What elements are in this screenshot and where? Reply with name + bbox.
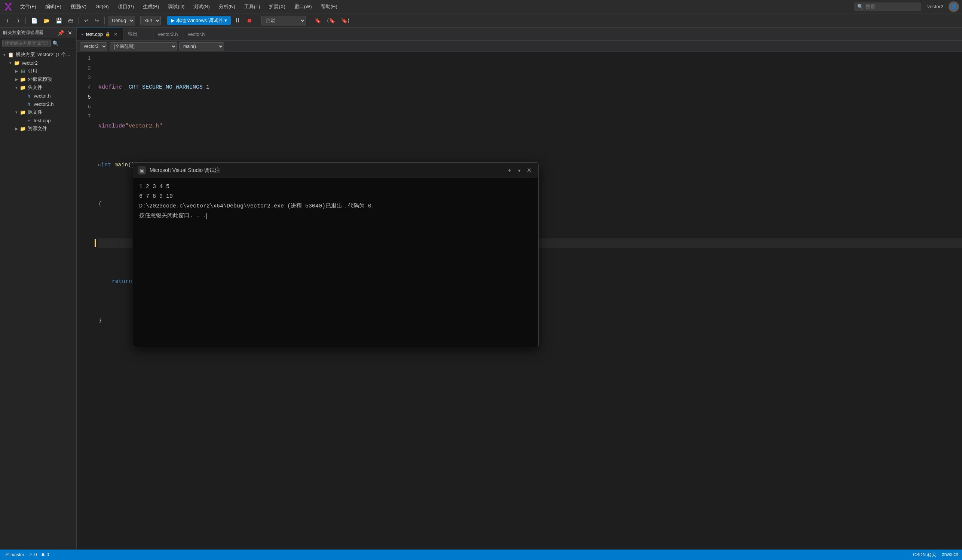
status-errors[interactable]: ✖ 0: [41, 552, 49, 557]
user-avatar[interactable]: 👤: [949, 2, 959, 12]
menu-file[interactable]: 文件(F): [16, 2, 40, 11]
nav-back-btn[interactable]: ⟨: [3, 16, 12, 25]
new-file-btn[interactable]: 📄: [29, 16, 40, 25]
vector2-h-label: vector2.h: [34, 101, 53, 107]
tree-external-deps[interactable]: ▶ 📁 外部依赖项: [0, 75, 76, 84]
sidebar-search-input[interactable]: [2, 40, 51, 47]
undo-btn[interactable]: ↩: [82, 16, 91, 25]
global-scope-select[interactable]: (全局范围): [110, 42, 177, 50]
vector-h-label: vector.h: [34, 93, 51, 99]
warning-icon: ⚠: [29, 552, 33, 557]
menu-test[interactable]: 测试(S): [190, 2, 213, 11]
nav-forward-btn[interactable]: ⟩: [13, 16, 23, 25]
menu-view[interactable]: 视图(V): [66, 2, 90, 11]
tab-test-cpp-label: test.cpp: [86, 31, 103, 37]
console-icon-symbol: ▣: [140, 168, 144, 173]
test-cpp-icon: +: [26, 118, 32, 123]
tree-vector2-h[interactable]: h vector2.h: [0, 100, 76, 108]
sidebar-header-icons: 📌 ✕: [56, 29, 73, 36]
tab-vector2-h[interactable]: vector2.h: [153, 28, 183, 41]
tab-test-cpp[interactable]: + test.cpp 🔒 ✕: [77, 28, 123, 41]
tree-source[interactable]: ▾ 📁 源文件: [0, 108, 76, 116]
status-warnings[interactable]: ⚠ 0: [29, 552, 37, 557]
code-line-1: #define _CRT_SECURE_NO_WARNINGS 1: [98, 83, 962, 92]
line-num-6: 6: [77, 102, 91, 112]
resources-arrow-icon: ▶: [13, 126, 19, 131]
int-keyword: int: [101, 162, 111, 168]
pause-btn[interactable]: ⏸: [232, 16, 243, 25]
stop-btn[interactable]: ⏹: [244, 16, 255, 25]
console-dropdown-btn[interactable]: ▾: [518, 167, 521, 174]
tree-references[interactable]: ▶ ⊞ 引用: [0, 67, 76, 75]
tab-test-cpp-modified: 🔒: [105, 32, 110, 37]
menu-extensions[interactable]: 扩展(X): [265, 2, 289, 11]
menu-build[interactable]: 生成(B): [139, 2, 163, 11]
tree-resources[interactable]: ▶ 📁 资源文件: [0, 124, 76, 133]
search-icon: 🔍: [857, 4, 863, 9]
sidebar-title: 解决方案资源管理器: [3, 29, 44, 36]
tree-test-cpp[interactable]: + test.cpp: [0, 116, 76, 124]
file-scope-select[interactable]: vector2: [80, 42, 107, 50]
tree-solution[interactable]: ▾ 📋 解决方案 'vector2' (1 个...: [0, 50, 76, 59]
console-output-4-text: 按任意键关闭此窗口. . .: [139, 213, 207, 219]
save-all-btn[interactable]: 🗃: [66, 16, 76, 25]
menu-debug[interactable]: 调试(D): [164, 2, 188, 11]
run-debugger-btn[interactable]: ▶ 本地 Windows 调试器 ▾: [167, 16, 231, 25]
sidebar-close-btn[interactable]: ✕: [66, 29, 73, 36]
line-numbers: 1 2 3 4 5 6 7: [77, 52, 95, 550]
macro-name: _CRT_SECURE_NO_WARNINGS: [125, 84, 203, 90]
bookmark-btn[interactable]: 🔖: [312, 16, 323, 25]
test-cpp-label: test.cpp: [34, 118, 51, 123]
redo-btn[interactable]: ↪: [92, 16, 102, 25]
menu-edit[interactable]: 编辑(E): [42, 2, 65, 11]
menu-git[interactable]: Git(G): [92, 2, 112, 11]
editor-nav: vector2 (全局范围) main(): [77, 41, 962, 52]
tab-test-cpp-icon: +: [81, 32, 83, 37]
line-num-7: 7: [77, 112, 91, 121]
search-box[interactable]: 🔍: [854, 3, 921, 10]
branch-icon: ⎇: [4, 552, 9, 557]
headers-arrow-icon: ▾: [13, 85, 19, 90]
open-btn[interactable]: 📂: [41, 16, 52, 25]
define-keyword: #define: [98, 84, 122, 90]
include-file: "vector2.h": [125, 123, 162, 129]
menu-project[interactable]: 项目(P): [114, 2, 138, 11]
tab-test-cpp-close[interactable]: ✕: [113, 31, 119, 37]
tab-output-label: 输出: [128, 31, 138, 37]
tree-headers[interactable]: ▾ 📁 头文件: [0, 84, 76, 92]
prev-bookmark-btn[interactable]: ⟨🔖: [324, 16, 337, 25]
tab-vector-h[interactable]: vector.h: [183, 28, 213, 41]
console-window: ▣ Microsoft Visual Studio 调试注 + ▾ ✕ 1 2 …: [133, 162, 539, 347]
search-input[interactable]: [865, 4, 910, 9]
console-output-2: 6 7 8 9 10: [139, 192, 532, 201]
menu-analyze[interactable]: 分析(N): [215, 2, 239, 11]
source-arrow-icon: ▾: [13, 110, 19, 115]
auto-select[interactable]: 自动: [261, 16, 306, 26]
run-dropdown-icon: ▾: [224, 18, 227, 23]
menu-window[interactable]: 窗口(W): [291, 2, 316, 11]
tree-project[interactable]: ▾ 📁 vector2: [0, 59, 76, 67]
menu-tools[interactable]: 工具(T): [240, 2, 264, 11]
sidebar-search-area: 🔍: [0, 38, 76, 49]
tab-vector2-h-label: vector2.h: [158, 31, 178, 37]
platform-select[interactable]: x64: [140, 16, 161, 26]
console-add-tab-btn[interactable]: +: [505, 166, 514, 175]
tab-output[interactable]: 输出: [123, 28, 153, 41]
save-btn[interactable]: 💾: [53, 16, 65, 25]
toolbar-separator-6: [309, 17, 309, 24]
next-bookmark-btn[interactable]: 🔖⟩: [339, 16, 352, 25]
tree-vector-h[interactable]: h vector.h: [0, 92, 76, 100]
menu-help[interactable]: 帮助(H): [317, 2, 341, 11]
sidebar-pin-btn[interactable]: 📌: [56, 29, 65, 36]
console-close-btn[interactable]: ✕: [525, 166, 534, 175]
external-arrow-icon: ▶: [13, 77, 19, 82]
run-label: 本地 Windows 调试器: [176, 17, 223, 24]
menu-bar: 文件(F) 编辑(E) 视图(V) Git(G) 项目(P) 生成(B) 调试(…: [0, 0, 962, 13]
debug-config-select[interactable]: Debug: [108, 16, 135, 26]
status-bar: ⎇ master ⚠ 0 ✖ 0 CSDN @大 znwx.cn: [0, 550, 962, 560]
macro-value: 1: [206, 84, 210, 90]
func-scope-select[interactable]: main(): [179, 42, 224, 50]
status-branch[interactable]: ⎇ master: [4, 552, 24, 557]
line-num-4: 4: [77, 83, 91, 92]
line-num-3: 3: [77, 73, 91, 83]
